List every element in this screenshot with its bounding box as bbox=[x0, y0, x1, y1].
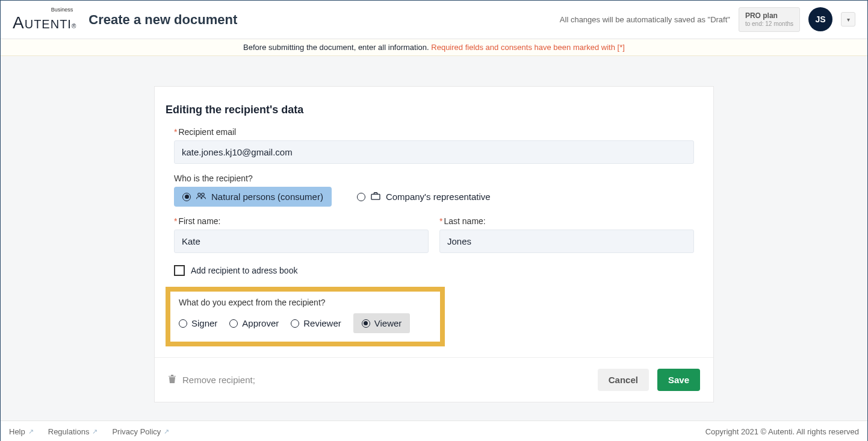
copyright: Copyright 2021 © Autenti. All rights res… bbox=[705, 427, 859, 436]
email-label: *Recipient email bbox=[174, 127, 694, 137]
required-note: Required fields and consents have been m… bbox=[431, 43, 625, 52]
recipient-card: Editing the recipient's data *Recipient … bbox=[154, 86, 714, 402]
app-header: Business AAUTENTIUTENTI® Create a new do… bbox=[1, 1, 867, 39]
card-footer: Remove recipient; Cancel Save bbox=[155, 357, 713, 402]
remove-recipient-button[interactable]: Remove recipient; bbox=[168, 374, 255, 386]
external-link-icon: ↗ bbox=[92, 428, 98, 436]
role-signer-label: Signer bbox=[191, 318, 217, 328]
external-link-icon: ↗ bbox=[164, 428, 169, 436]
logo-text: AAUTENTIUTENTI® bbox=[13, 13, 76, 33]
page-footer: Help ↗ Regulations ↗ Privacy Policy ↗ Co… bbox=[1, 421, 867, 441]
external-link-icon: ↗ bbox=[28, 428, 34, 436]
who-option-company[interactable]: Company's representative bbox=[349, 187, 499, 207]
footer-help-link[interactable]: Help ↗ bbox=[9, 427, 34, 436]
radio-icon bbox=[182, 193, 191, 201]
save-button[interactable]: Save bbox=[657, 369, 700, 391]
checkbox-icon[interactable] bbox=[174, 265, 185, 276]
email-input[interactable] bbox=[174, 140, 694, 164]
radio-icon bbox=[179, 319, 187, 328]
radio-icon bbox=[357, 193, 365, 201]
svg-point-1 bbox=[202, 193, 205, 196]
radio-icon bbox=[291, 319, 299, 328]
who-company-label: Company's representative bbox=[386, 192, 491, 202]
info-bar: Before submitting the document, enter al… bbox=[1, 39, 867, 56]
who-label: Who is the recipient? bbox=[174, 174, 694, 183]
logo-superscript: Business bbox=[51, 7, 73, 13]
svg-rect-2 bbox=[371, 194, 380, 199]
role-option-approver[interactable]: Approver bbox=[229, 318, 279, 328]
info-text: Before submitting the document, enter al… bbox=[243, 43, 431, 52]
briefcase-icon bbox=[370, 192, 381, 202]
last-name-label: *Last name: bbox=[439, 216, 694, 226]
who-radio-group: Natural persons (consumer) Company's rep… bbox=[174, 187, 694, 207]
role-option-signer[interactable]: Signer bbox=[179, 318, 217, 328]
cancel-button[interactable]: Cancel bbox=[598, 369, 649, 391]
last-name-input[interactable] bbox=[439, 230, 694, 253]
trash-icon bbox=[168, 374, 176, 386]
who-natural-label: Natural persons (consumer) bbox=[211, 192, 323, 202]
radio-icon bbox=[229, 319, 238, 328]
chevron-down-icon: ▾ bbox=[847, 16, 850, 23]
role-highlight-box: What do you expect from the recipient? S… bbox=[166, 287, 445, 346]
plan-badge: PRO plan to end: 12 months bbox=[739, 7, 800, 31]
first-name-input[interactable] bbox=[174, 230, 429, 253]
footer-privacy-link[interactable]: Privacy Policy ↗ bbox=[112, 427, 169, 436]
add-to-book-label: Add recipient to adress book bbox=[191, 266, 297, 275]
avatar[interactable]: JS bbox=[808, 7, 832, 31]
role-option-viewer[interactable]: Viewer bbox=[353, 313, 411, 333]
plan-subtitle: to end: 12 months bbox=[745, 20, 793, 28]
role-approver-label: Approver bbox=[242, 318, 279, 328]
plan-title: PRO plan bbox=[745, 11, 793, 20]
footer-regulations-link[interactable]: Regulations ↗ bbox=[48, 427, 98, 436]
logo: Business AAUTENTIUTENTI® bbox=[13, 7, 76, 33]
who-option-natural[interactable]: Natural persons (consumer) bbox=[174, 187, 332, 207]
role-option-reviewer[interactable]: Reviewer bbox=[291, 318, 341, 328]
main-content: Editing the recipient's data *Recipient … bbox=[1, 56, 867, 421]
role-radio-group: Signer Approver Reviewer Viewer bbox=[179, 313, 432, 333]
remove-label: Remove recipient; bbox=[182, 375, 255, 385]
role-reviewer-label: Reviewer bbox=[303, 318, 341, 328]
page-title: Create a new document bbox=[88, 12, 237, 28]
add-to-book-row[interactable]: Add recipient to adress book bbox=[174, 265, 694, 276]
people-icon bbox=[196, 192, 206, 202]
radio-icon bbox=[362, 319, 370, 328]
first-name-label: *First name: bbox=[174, 216, 429, 226]
expect-label: What do you expect from the recipient? bbox=[179, 298, 432, 307]
autosave-message: All changes will be automatically saved … bbox=[560, 15, 730, 24]
card-title: Editing the recipient's data bbox=[166, 104, 702, 116]
svg-point-0 bbox=[198, 193, 201, 196]
role-viewer-label: Viewer bbox=[374, 318, 402, 328]
avatar-menu-toggle[interactable]: ▾ bbox=[841, 12, 855, 27]
